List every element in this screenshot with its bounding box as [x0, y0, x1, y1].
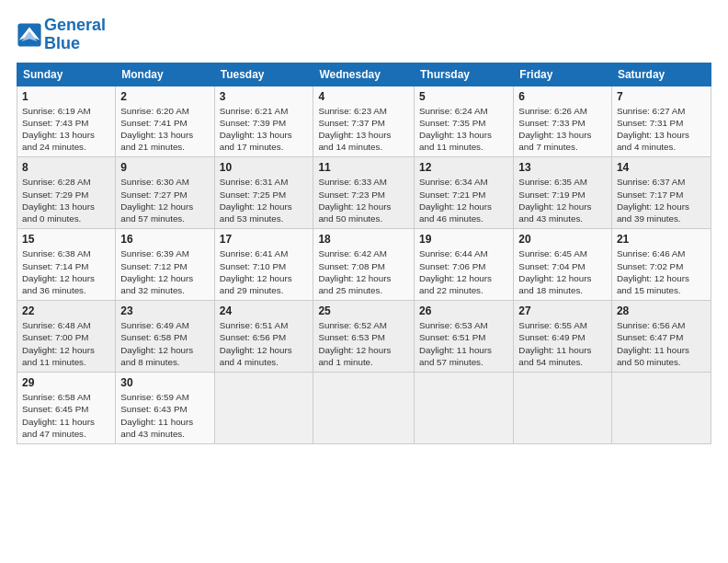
day-info: Sunrise: 6:42 AMSunset: 7:08 PMDaylight:… — [318, 247, 409, 296]
col-friday: Friday — [514, 63, 612, 86]
day-number: 14 — [617, 161, 706, 174]
table-cell — [214, 373, 313, 444]
table-cell: 18Sunrise: 6:42 AMSunset: 7:08 PMDayligh… — [313, 229, 415, 301]
day-number: 26 — [419, 304, 508, 317]
table-cell: 21Sunrise: 6:46 AMSunset: 7:02 PMDayligh… — [611, 229, 711, 301]
day-number: 6 — [518, 90, 607, 103]
table-cell: 23Sunrise: 6:49 AMSunset: 6:58 PMDayligh… — [116, 301, 214, 373]
day-info: Sunrise: 6:26 AMSunset: 7:33 PMDaylight:… — [518, 105, 607, 154]
calendar-row: 29Sunrise: 6:58 AMSunset: 6:45 PMDayligh… — [17, 373, 711, 444]
day-number: 24 — [220, 304, 309, 317]
table-cell: 27Sunrise: 6:55 AMSunset: 6:49 PMDayligh… — [514, 301, 612, 373]
day-info: Sunrise: 6:45 AMSunset: 7:04 PMDaylight:… — [518, 247, 607, 296]
day-number: 27 — [518, 304, 607, 317]
table-cell: 11Sunrise: 6:33 AMSunset: 7:23 PMDayligh… — [313, 157, 415, 229]
day-info: Sunrise: 6:34 AMSunset: 7:21 PMDaylight:… — [419, 176, 508, 224]
table-cell: 3Sunrise: 6:21 AMSunset: 7:39 PMDaylight… — [214, 86, 313, 157]
day-number: 9 — [120, 161, 209, 174]
day-info: Sunrise: 6:41 AMSunset: 7:10 PMDaylight:… — [220, 247, 309, 296]
day-number: 29 — [22, 376, 110, 389]
day-number: 18 — [318, 233, 409, 246]
day-number: 1 — [22, 90, 110, 103]
day-number: 28 — [617, 304, 706, 317]
day-number: 19 — [419, 233, 508, 246]
table-cell: 22Sunrise: 6:48 AMSunset: 7:00 PMDayligh… — [17, 301, 116, 373]
day-number: 23 — [120, 304, 209, 317]
table-cell: 26Sunrise: 6:53 AMSunset: 6:51 PMDayligh… — [415, 301, 514, 373]
col-saturday: Saturday — [611, 63, 711, 86]
day-info: Sunrise: 6:33 AMSunset: 7:23 PMDaylight:… — [318, 176, 409, 224]
page: General Blue Sunday Monday Tuesday Wedne… — [0, 0, 728, 563]
table-cell: 6Sunrise: 6:26 AMSunset: 7:33 PMDaylight… — [514, 86, 612, 157]
day-info: Sunrise: 6:51 AMSunset: 6:56 PMDaylight:… — [220, 319, 309, 368]
table-cell: 7Sunrise: 6:27 AMSunset: 7:31 PMDaylight… — [611, 86, 711, 157]
calendar-row: 8Sunrise: 6:28 AMSunset: 7:29 PMDaylight… — [17, 157, 711, 229]
day-info: Sunrise: 6:20 AMSunset: 7:41 PMDaylight:… — [120, 105, 209, 154]
day-info: Sunrise: 6:24 AMSunset: 7:35 PMDaylight:… — [419, 105, 508, 154]
col-thursday: Thursday — [415, 63, 514, 86]
day-info: Sunrise: 6:37 AMSunset: 7:17 PMDaylight:… — [617, 176, 706, 224]
day-number: 11 — [318, 161, 409, 174]
table-cell: 12Sunrise: 6:34 AMSunset: 7:21 PMDayligh… — [415, 157, 514, 229]
day-number: 21 — [617, 233, 706, 246]
day-info: Sunrise: 6:31 AMSunset: 7:25 PMDaylight:… — [220, 176, 309, 224]
col-tuesday: Tuesday — [214, 63, 313, 86]
calendar-row: 22Sunrise: 6:48 AMSunset: 7:00 PMDayligh… — [17, 301, 711, 373]
day-info: Sunrise: 6:55 AMSunset: 6:49 PMDaylight:… — [518, 319, 607, 368]
day-info: Sunrise: 6:53 AMSunset: 6:51 PMDaylight:… — [419, 319, 508, 368]
day-info: Sunrise: 6:19 AMSunset: 7:43 PMDaylight:… — [22, 105, 110, 154]
table-cell: 13Sunrise: 6:35 AMSunset: 7:19 PMDayligh… — [514, 157, 612, 229]
table-cell: 4Sunrise: 6:23 AMSunset: 7:37 PMDaylight… — [313, 86, 415, 157]
logo-blue: Blue — [44, 34, 80, 52]
day-info: Sunrise: 6:27 AMSunset: 7:31 PMDaylight:… — [617, 105, 706, 154]
day-number: 20 — [518, 233, 607, 246]
day-info: Sunrise: 6:56 AMSunset: 6:47 PMDaylight:… — [617, 319, 706, 368]
day-number: 12 — [419, 161, 508, 174]
day-info: Sunrise: 6:23 AMSunset: 7:37 PMDaylight:… — [318, 105, 409, 154]
logo-text: General Blue — [44, 17, 106, 53]
table-cell: 25Sunrise: 6:52 AMSunset: 6:53 PMDayligh… — [313, 301, 415, 373]
day-number: 15 — [22, 233, 110, 246]
col-wednesday: Wednesday — [313, 63, 415, 86]
table-cell — [611, 373, 711, 444]
table-cell: 30Sunrise: 6:59 AMSunset: 6:43 PMDayligh… — [116, 373, 214, 444]
table-cell: 14Sunrise: 6:37 AMSunset: 7:17 PMDayligh… — [611, 157, 711, 229]
table-cell: 10Sunrise: 6:31 AMSunset: 7:25 PMDayligh… — [214, 157, 313, 229]
day-info: Sunrise: 6:49 AMSunset: 6:58 PMDaylight:… — [120, 319, 209, 368]
day-number: 22 — [22, 304, 110, 317]
table-cell: 19Sunrise: 6:44 AMSunset: 7:06 PMDayligh… — [415, 229, 514, 301]
table-cell: 8Sunrise: 6:28 AMSunset: 7:29 PMDaylight… — [17, 157, 116, 229]
day-number: 13 — [518, 161, 607, 174]
table-cell: 15Sunrise: 6:38 AMSunset: 7:14 PMDayligh… — [17, 229, 116, 301]
table-cell — [514, 373, 612, 444]
day-info: Sunrise: 6:28 AMSunset: 7:29 PMDaylight:… — [22, 176, 110, 224]
table-cell: 29Sunrise: 6:58 AMSunset: 6:45 PMDayligh… — [17, 373, 116, 444]
day-info: Sunrise: 6:38 AMSunset: 7:14 PMDaylight:… — [22, 247, 110, 296]
day-number: 16 — [120, 233, 209, 246]
day-number: 2 — [120, 90, 209, 103]
day-info: Sunrise: 6:35 AMSunset: 7:19 PMDaylight:… — [518, 176, 607, 224]
day-number: 25 — [318, 304, 409, 317]
day-number: 5 — [419, 90, 508, 103]
day-number: 10 — [220, 161, 309, 174]
day-number: 7 — [617, 90, 706, 103]
day-info: Sunrise: 6:58 AMSunset: 6:45 PMDaylight:… — [22, 391, 110, 440]
calendar-header-row: Sunday Monday Tuesday Wednesday Thursday… — [17, 63, 711, 86]
col-monday: Monday — [116, 63, 214, 86]
table-cell — [313, 373, 415, 444]
day-number: 17 — [220, 233, 309, 246]
table-cell: 5Sunrise: 6:24 AMSunset: 7:35 PMDaylight… — [415, 86, 514, 157]
col-sunday: Sunday — [17, 63, 116, 86]
table-cell: 2Sunrise: 6:20 AMSunset: 7:41 PMDaylight… — [116, 86, 214, 157]
day-number: 8 — [22, 161, 110, 174]
table-cell: 9Sunrise: 6:30 AMSunset: 7:27 PMDaylight… — [116, 157, 214, 229]
table-cell: 16Sunrise: 6:39 AMSunset: 7:12 PMDayligh… — [116, 229, 214, 301]
calendar-row: 1Sunrise: 6:19 AMSunset: 7:43 PMDaylight… — [17, 86, 711, 157]
day-info: Sunrise: 6:48 AMSunset: 7:00 PMDaylight:… — [22, 319, 110, 368]
logo: General Blue — [17, 17, 106, 53]
table-cell: 24Sunrise: 6:51 AMSunset: 6:56 PMDayligh… — [214, 301, 313, 373]
table-cell: 20Sunrise: 6:45 AMSunset: 7:04 PMDayligh… — [514, 229, 612, 301]
day-number: 4 — [318, 90, 409, 103]
day-info: Sunrise: 6:44 AMSunset: 7:06 PMDaylight:… — [419, 247, 508, 296]
calendar-row: 15Sunrise: 6:38 AMSunset: 7:14 PMDayligh… — [17, 229, 711, 301]
